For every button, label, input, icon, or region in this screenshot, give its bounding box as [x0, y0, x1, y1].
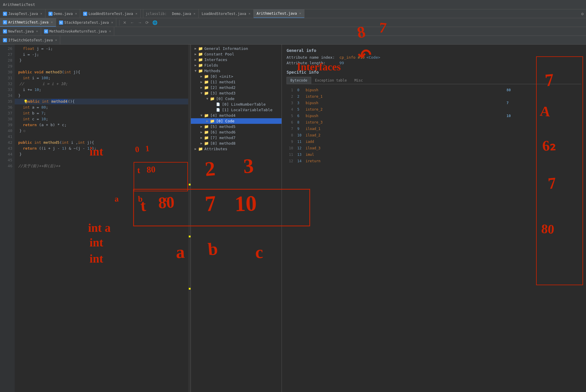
folder-icon: 📁 [198, 58, 203, 62]
tab-loadandstoretest[interactable]: c LoadAndStoreTest.java ✕ [80, 9, 140, 18]
tab-label: Demo.java [172, 12, 191, 16]
bc-line-num: 3 [287, 100, 295, 106]
tree-arrow: ▶ [193, 147, 198, 151]
tab-stackoperatetest[interactable]: c StackOperateTest.java ✕ [56, 18, 116, 27]
tree-method5[interactable]: ▶ 📁 [5] method5 [191, 124, 282, 129]
tree-constant-pool[interactable]: ▶ 📁 Constant Pool [191, 51, 282, 57]
tree-method1[interactable]: ▶ 📁 [1] method1 [191, 79, 282, 85]
bc-offset: 10 [295, 132, 303, 138]
tree-method-init[interactable]: ▶ 📁 [0] <init> [191, 74, 282, 79]
tree-fields[interactable]: ▶ 📁 Fields [191, 62, 282, 68]
folder-icon: 📁 [198, 69, 203, 73]
attr-name-value: cp_info #10 [339, 55, 365, 60]
code-line-29 [15, 63, 191, 69]
tab-ifswitchgototest[interactable]: c IfSwitchGotoTest.java ✕ [0, 36, 60, 45]
folder-icon: 📁 [198, 47, 203, 51]
tree-method3[interactable]: ▼ 📁 [3] method3 [191, 90, 282, 96]
attr-length-value: 99 [339, 61, 344, 65]
attr-name-extra: <Code> [366, 55, 380, 60]
close-tab-loadandstoretest[interactable]: ✕ [135, 12, 137, 16]
tree-method7[interactable]: ▶ 📁 [7] method7 [191, 135, 282, 141]
tree-interfaces[interactable]: ▶ 📁 Interfaces [191, 57, 282, 62]
main-layout: 26 27 28 29 30 31 32 33 34 35 36 37 38 3… [0, 45, 586, 392]
bc-argument [505, 126, 581, 132]
gutter-circle-35: ○ [28, 99, 30, 104]
back-nav-btn[interactable]: ← [129, 20, 135, 26]
bc-tab-misc[interactable]: Misc [351, 77, 367, 84]
code-line-33: i += 10; [15, 87, 191, 93]
bc-instruction: bipush [304, 100, 504, 106]
bc-instruction: iload_2 [304, 132, 504, 138]
folder-icon: 📁 [204, 125, 209, 129]
close-tab-ifswitchgototest[interactable]: ✕ [55, 38, 57, 42]
bc-argument [505, 132, 581, 138]
tree-method4[interactable]: ▼ 📁 [4] method4 [191, 113, 282, 118]
bc-offset: 2 [295, 94, 303, 99]
bc-offset: 9 [295, 126, 303, 132]
bc-tab-bytecode[interactable]: Bytecode [287, 77, 311, 84]
close-tab-methodinvokereturntest[interactable]: ✕ [109, 29, 111, 33]
close-tab-newtest[interactable]: ✕ [36, 29, 38, 33]
java-icon: c [83, 12, 87, 16]
gutter-circle-40: ○ [23, 129, 25, 133]
tree-method8[interactable]: ▶ 📁 [8] method8 [191, 141, 282, 146]
tab-methodinvokereturntest[interactable]: c MethodInvokeReturnTest.java ✕ [41, 27, 114, 36]
bc-offset: 8 [295, 119, 303, 125]
code-line-38: int c = 10; [15, 116, 191, 122]
code-line-30: public void method3(int j){ [15, 69, 191, 75]
folder-icon: 📁 [204, 75, 209, 79]
close-jclass-demo[interactable]: ✕ [193, 12, 196, 16]
globe-nav-btn[interactable]: 🌐 [151, 20, 159, 26]
bc-tab-exception[interactable]: Exception table [311, 77, 351, 84]
bytecode-row: 3 3 bipush 7 [287, 100, 581, 106]
folder-icon: 📁 [204, 86, 209, 90]
tab-jclass-loadandstore[interactable]: LoadAndStoreTest.java ✕ [199, 9, 254, 18]
jclass-nav-bar: ✕ ← → ⟳ 🌐 [119, 20, 159, 26]
bc-instruction: ireturn [304, 158, 504, 164]
tree-method2[interactable]: ▶ 📁 [2] method2 [191, 85, 282, 90]
tree-label-localvariabletable: [1] LocalVariableTable [222, 108, 272, 112]
code-line-32: // i = i + 10; [15, 81, 191, 87]
bytecode-tabs: Bytecode Exception table Misc [287, 77, 581, 84]
refresh-nav-btn[interactable]: ⟳ [144, 20, 150, 26]
tree-general-information[interactable]: ▶ 📁 General Information [191, 46, 282, 51]
bytecode-table: 1 0 bipush 80 2 2 istore_1 3 3 bipush 7 … [287, 87, 581, 165]
forward-nav-btn[interactable]: → [137, 20, 143, 26]
tree-method3-code[interactable]: ▼ 📁 [0] Code [191, 96, 282, 102]
bytecode-row: 8 10 iload_2 [287, 132, 581, 138]
title-bar: ArithmeticTest [0, 0, 586, 9]
tab-jclass-demo[interactable]: Demo.java ✕ [169, 9, 199, 18]
close-nav-btn[interactable]: ✕ [122, 20, 128, 26]
tab-label: LoadAndStoreTest.java [202, 12, 246, 16]
java-icon: c [3, 29, 7, 33]
code-line-45 [15, 157, 191, 163]
tab-label: JavapTest.java [8, 12, 38, 16]
tree-methods[interactable]: ▼ 📁 Methods [191, 68, 282, 74]
close-tab-arithmetictest[interactable]: ✕ [51, 20, 53, 24]
tab-arithmetictest[interactable]: c ArithmeticTest.java ✕ [0, 18, 56, 27]
tab-javaptest[interactable]: c JavapTest.java ✕ [0, 9, 46, 18]
tree-localvariabletable[interactable]: 📄 [1] LocalVariableTable [191, 107, 282, 113]
tab-demo[interactable]: c Demo.java ✕ [46, 9, 80, 18]
tree-label-method4: [4] method4 [210, 113, 235, 118]
tree-linenumbertable[interactable]: 📄 [0] LineNumberTable [191, 102, 282, 107]
tree-label-method3-code: [0] Code [216, 97, 235, 101]
close-tab-javaptest[interactable]: ✕ [40, 12, 42, 16]
close-jclass-loadandstore[interactable]: ✕ [248, 12, 250, 16]
code-content[interactable]: float j = -i; i = -j; } public void meth… [15, 45, 191, 392]
close-tab-stackoperatetest[interactable]: ✕ [111, 21, 113, 24]
settings-icon[interactable]: ⚙ [581, 11, 584, 16]
close-jclass-arithmetic[interactable]: ✕ [299, 11, 301, 15]
folder-icon: 📁 [204, 114, 209, 118]
close-tab-demo[interactable]: ✕ [75, 12, 77, 16]
jclass-settings: ⚙ [581, 11, 586, 16]
tree-arrow: ▶ [193, 63, 198, 67]
tree-attributes[interactable]: ▶ 📁 Attributes [191, 146, 282, 152]
tab-newtest[interactable]: c NewTest.java ✕ [0, 27, 41, 36]
tree-method6[interactable]: ▶ 📁 [6] method6 [191, 129, 282, 135]
code-line-46: //关于(前)++和(后)++ [15, 163, 191, 169]
tree-method4-code[interactable]: ▶ 📁 [0] Code [191, 118, 282, 124]
tab-jclass-arithmetic[interactable]: ArithmeticTest.java ✕ [254, 9, 304, 18]
bc-argument [505, 107, 581, 112]
tree-label-init: [0] <init> [210, 74, 233, 79]
